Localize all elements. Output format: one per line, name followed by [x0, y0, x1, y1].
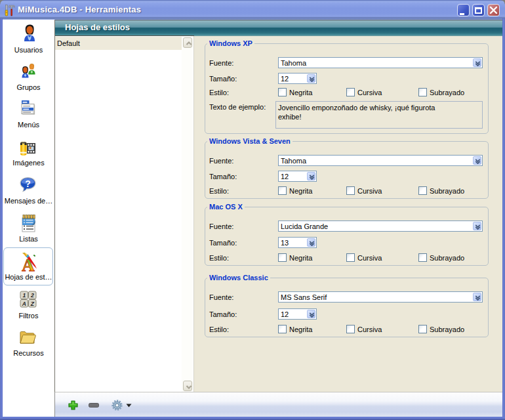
svg-text:1: 1: [22, 292, 26, 299]
svg-text:A: A: [22, 301, 26, 307]
svg-text:?: ?: [25, 178, 31, 189]
svg-text:Z: Z: [30, 301, 35, 307]
svg-text:2: 2: [30, 292, 34, 299]
